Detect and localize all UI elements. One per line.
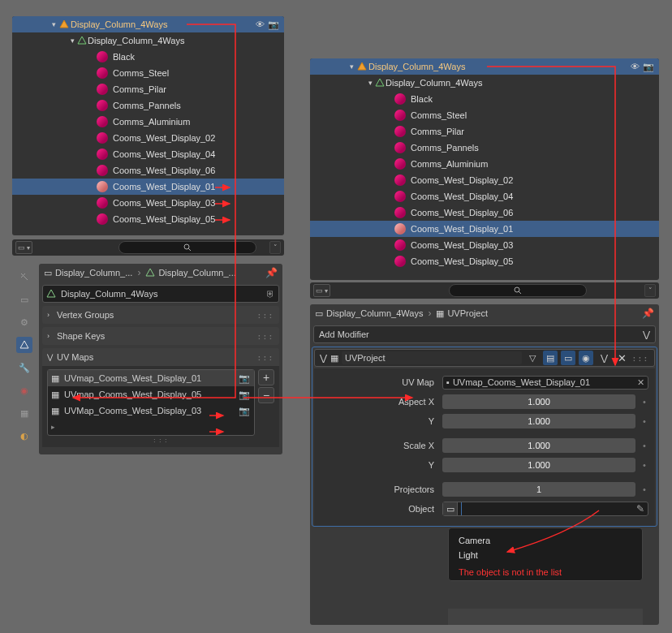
breadcrumb-modifier[interactable]: ▦UVProject bbox=[436, 308, 488, 319]
filter-dropdown[interactable]: ˅ bbox=[269, 241, 281, 254]
tab-material[interactable]: ◐ bbox=[16, 428, 32, 444]
remove-uv-map-button[interactable]: − bbox=[258, 387, 274, 403]
outliner-material[interactable]: Cooms_West_Display_02 bbox=[310, 172, 659, 188]
filter-dropdown[interactable]: ˅ bbox=[644, 284, 656, 297]
breadcrumb-object[interactable]: ▭Display_Column_4Ways bbox=[315, 308, 423, 319]
active-render-icon[interactable]: 📷 bbox=[238, 373, 251, 384]
active-render-icon[interactable]: 📷 bbox=[238, 390, 251, 400]
uv-map-item[interactable]: ▦UVmap_Cooms_West_Display_01📷 bbox=[48, 370, 254, 386]
outliner-material[interactable]: Comms_Pannels bbox=[12, 97, 284, 114]
outliner-mesh[interactable]: ▾ Display_Column_4Ways bbox=[12, 32, 284, 49]
outliner-root[interactable]: ▾ Display_Column_4Ways 👁📷 bbox=[12, 16, 284, 32]
mesh-icon bbox=[76, 35, 88, 46]
active-render-icon[interactable]: 📷 bbox=[238, 406, 251, 416]
eye-icon[interactable]: 👁 bbox=[256, 19, 265, 30]
material-icon bbox=[394, 93, 406, 105]
outliner-material[interactable]: Cooms_West_Display_04 bbox=[310, 188, 659, 205]
search-input[interactable] bbox=[449, 284, 587, 297]
outliner-material[interactable]: Cooms_West_Display_05 bbox=[12, 211, 284, 227]
section-shape-keys[interactable]: ›Shape Keys᎓᎓᎓ bbox=[42, 327, 279, 345]
outliner-material[interactable]: Cooms_West_Display_03 bbox=[12, 195, 284, 211]
display-cage-toggle[interactable]: ▭ bbox=[561, 351, 575, 365]
outliner-material[interactable]: Cooms_West_Display_05 bbox=[310, 253, 659, 269]
outliner-material[interactable]: Cooms_West_Display_01 bbox=[310, 221, 659, 237]
search-input[interactable] bbox=[118, 241, 256, 254]
pin-icon[interactable]: 📌 bbox=[642, 308, 654, 319]
outliner-material[interactable]: Cooms_West_Display_02 bbox=[12, 130, 284, 146]
outliner-material[interactable]: Comms_Aluminium bbox=[310, 156, 659, 172]
outliner-material[interactable]: Comms_Pilar bbox=[310, 123, 659, 140]
expand-icon[interactable]: ⋁ bbox=[320, 353, 327, 364]
close-icon[interactable]: ✕ bbox=[614, 351, 629, 365]
popup-option-camera[interactable]: Camera bbox=[459, 533, 632, 548]
display-edit-toggle[interactable]: ▤ bbox=[543, 351, 558, 365]
eye-icon[interactable]: 👁 bbox=[631, 62, 640, 72]
display-render-toggle[interactable]: ◉ bbox=[579, 351, 593, 365]
clear-icon[interactable]: ✕ bbox=[637, 377, 644, 388]
chevron-right-icon: › bbox=[137, 267, 140, 278]
outliner-material[interactable]: Comms_Pilar bbox=[12, 81, 284, 97]
breadcrumb-data[interactable]: Display_Column_... bbox=[145, 268, 235, 278]
outliner-material[interactable]: Black bbox=[310, 91, 659, 107]
shield-icon[interactable]: ⛨ bbox=[266, 289, 275, 299]
scale-y-input[interactable]: 1.000 bbox=[442, 458, 635, 472]
object-input[interactable] bbox=[461, 502, 630, 515]
projectors-input[interactable]: 1 bbox=[442, 482, 635, 497]
scale-x-input[interactable]: 1.000 bbox=[442, 438, 635, 453]
section-vertex-groups[interactable]: ›Vertex Groups᎓᎓᎓ bbox=[42, 306, 279, 324]
object-name-field[interactable]: Display_Column_4Ways ⛨ bbox=[42, 285, 279, 303]
eyedropper-icon[interactable]: ✎ bbox=[633, 503, 648, 515]
aspect-y-input[interactable]: 1.000 bbox=[442, 414, 635, 428]
tab-scene[interactable]: ⚙ bbox=[16, 314, 32, 330]
left-outliner[interactable]: ▾ Display_Column_4Ways 👁📷▾ Display_Colum… bbox=[12, 16, 284, 235]
add-uv-map-button[interactable]: + bbox=[258, 369, 274, 385]
add-modifier-dropdown[interactable]: Add Modifier⋁ bbox=[313, 325, 656, 343]
view-options-button[interactable]: ▭ ▾ bbox=[313, 284, 330, 297]
left-search-bar: ▭ ▾ ˅ bbox=[12, 239, 284, 256]
right-properties-panel: ▭Display_Column_4Ways › ▦UVProject 📌 Add… bbox=[310, 304, 659, 625]
outliner-material[interactable]: Cooms_West_Display_06 bbox=[12, 162, 284, 179]
tab-tool[interactable] bbox=[16, 269, 32, 285]
aspect-x-input[interactable]: 1.000 bbox=[442, 394, 635, 409]
outliner-material[interactable]: Comms_Steel bbox=[310, 107, 659, 123]
uv-map-item[interactable]: ▦UVMap_Cooms_West_Display_03📷 bbox=[48, 403, 254, 419]
uv-maps-list[interactable]: ▦UVmap_Cooms_West_Display_01📷▦UVmap_Coom… bbox=[47, 369, 255, 436]
material-icon bbox=[394, 126, 406, 137]
drag-handle-icon[interactable]: ᎓᎓᎓ bbox=[153, 436, 169, 444]
material-icon bbox=[97, 132, 108, 144]
right-outliner[interactable]: ▾ Display_Column_4Ways 👁📷▾ Display_Colum… bbox=[310, 58, 659, 280]
apply-on-spline-icon[interactable]: ▽ bbox=[525, 351, 540, 365]
tab-texture[interactable]: ▦ bbox=[16, 405, 32, 421]
modifier-name-field[interactable]: UVProject bbox=[342, 351, 522, 364]
material-icon bbox=[97, 149, 108, 160]
view-options-button[interactable]: ▭ ▾ bbox=[15, 241, 32, 254]
camera-icon[interactable]: 📷 bbox=[268, 19, 279, 30]
camera-icon[interactable]: 📷 bbox=[643, 62, 654, 72]
section-uv-maps-head[interactable]: ⋁UV Maps᎓᎓᎓ bbox=[42, 348, 279, 366]
outliner-material[interactable]: Black bbox=[12, 49, 284, 65]
uv-map-selector[interactable]: ▪ UVmap_Cooms_West_Display_01 ✕ bbox=[442, 376, 648, 390]
breadcrumb-object[interactable]: ▭Display_Column_... bbox=[44, 268, 132, 278]
outliner-material[interactable]: Cooms_West_Display_04 bbox=[12, 146, 284, 162]
outliner-material[interactable]: Cooms_West_Display_03 bbox=[310, 237, 659, 253]
object-search-popup[interactable]: Camera Light The object is not in the li… bbox=[448, 528, 643, 581]
tab-modifiers[interactable]: 🔧 bbox=[16, 360, 32, 376]
outliner-material[interactable]: Comms_Steel bbox=[12, 65, 284, 81]
popup-option-light[interactable]: Light bbox=[459, 548, 632, 562]
object-datablock-icon[interactable]: ▭ bbox=[443, 502, 458, 515]
outliner-material[interactable]: Cooms_West_Display_06 bbox=[310, 205, 659, 221]
uv-map-item[interactable]: ▦UVmap_Cooms_West_Display_05📷 bbox=[48, 386, 254, 403]
outliner-material[interactable]: Comms_Aluminium bbox=[12, 114, 284, 130]
tab-object-data[interactable] bbox=[16, 337, 32, 353]
chevron-down-icon[interactable]: ⋁ bbox=[597, 351, 611, 365]
pin-icon[interactable]: 📌 bbox=[265, 267, 278, 278]
material-icon bbox=[394, 207, 406, 218]
outliner-mesh[interactable]: ▾ Display_Column_4Ways bbox=[310, 75, 659, 91]
drag-handle-icon[interactable]: ᎓᎓᎓ bbox=[632, 353, 649, 363]
tab-world[interactable]: ◉ bbox=[16, 382, 32, 398]
outliner-material[interactable]: Cooms_West_Display_01 bbox=[12, 179, 284, 195]
outliner-material[interactable]: Comms_Pannels bbox=[310, 140, 659, 156]
footer-bar bbox=[448, 609, 643, 625]
tab-output[interactable]: ▭ bbox=[16, 291, 32, 308]
outliner-root[interactable]: ▾ Display_Column_4Ways 👁📷 bbox=[310, 58, 659, 75]
